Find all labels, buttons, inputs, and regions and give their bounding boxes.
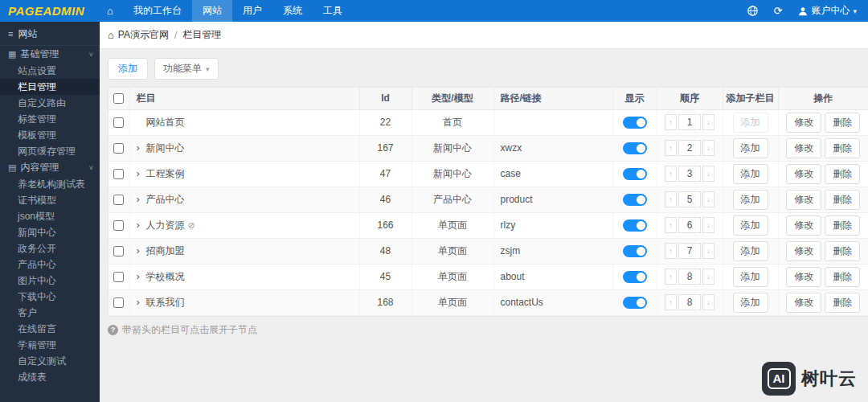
topnav-item[interactable]: 我的工作台 [123, 0, 192, 22]
topnav-item[interactable]: 网站 [192, 0, 232, 22]
expand-arrow-icon[interactable]: › [137, 244, 143, 256]
add-child-button[interactable]: 添加 [733, 113, 768, 133]
sidebar-item[interactable]: 标签管理 [0, 111, 100, 127]
column-name[interactable]: 网站首页 [146, 117, 185, 128]
expand-arrow-icon[interactable]: › [137, 193, 143, 205]
sidebar-section-header[interactable]: ▦基础管理˅ [0, 46, 100, 63]
sidebar-item[interactable]: 客户 [0, 305, 100, 321]
sidebar-item[interactable]: 自定义路由 [0, 95, 100, 111]
add-child-button[interactable]: 添加 [733, 190, 768, 210]
order-up-button[interactable]: ↑ [665, 191, 677, 207]
order-up-button[interactable]: ↑ [665, 114, 677, 130]
order-down-button[interactable]: ↓ [702, 217, 714, 233]
order-up-button[interactable]: ↑ [665, 166, 677, 182]
sidebar-title[interactable]: ≡ 网站 [0, 22, 100, 46]
edit-button[interactable]: 修改 [786, 164, 821, 184]
expand-arrow-icon[interactable]: › [137, 270, 143, 282]
order-value[interactable]: 8 [678, 294, 701, 310]
row-checkbox[interactable] [113, 297, 124, 308]
add-child-button[interactable]: 添加 [733, 138, 768, 158]
row-checkbox[interactable] [113, 246, 124, 256]
visible-toggle[interactable] [623, 168, 647, 180]
order-value[interactable]: 2 [678, 140, 701, 156]
column-name[interactable]: 联系我们 [146, 297, 185, 308]
order-down-button[interactable]: ↓ [702, 114, 714, 130]
delete-button[interactable]: 删除 [825, 241, 860, 261]
globe-icon[interactable] [747, 6, 758, 16]
sidebar-item[interactable]: 栏目管理 [0, 79, 100, 95]
delete-button[interactable]: 删除 [825, 190, 860, 210]
delete-button[interactable]: 删除 [825, 138, 860, 158]
visible-toggle[interactable] [623, 117, 647, 129]
sidebar-item[interactable]: 学籍管理 [0, 337, 100, 353]
order-down-button[interactable]: ↓ [702, 166, 714, 182]
delete-button[interactable]: 删除 [825, 164, 860, 184]
sidebar-item[interactable]: json模型 [0, 208, 100, 224]
expand-arrow-icon[interactable]: › [137, 142, 143, 154]
add-child-button[interactable]: 添加 [733, 267, 768, 287]
order-up-button[interactable]: ↑ [665, 294, 677, 310]
order-up-button[interactable]: ↑ [665, 140, 677, 156]
order-down-button[interactable]: ↓ [702, 191, 714, 207]
delete-button[interactable]: 删除 [825, 267, 860, 287]
row-checkbox[interactable] [113, 195, 124, 205]
visible-toggle[interactable] [623, 194, 647, 206]
home-nav-item[interactable]: ⌂ [97, 0, 123, 22]
row-checkbox[interactable] [113, 272, 124, 282]
sidebar-item[interactable]: 养老机构测试表 [0, 176, 100, 192]
visible-toggle[interactable] [623, 271, 647, 283]
visible-toggle[interactable] [623, 245, 647, 257]
visible-toggle[interactable] [623, 297, 647, 309]
sidebar-item[interactable]: 网页缓存管理 [0, 143, 100, 159]
order-value[interactable]: 3 [678, 166, 701, 182]
refresh-icon[interactable]: ⟳ [774, 5, 783, 17]
delete-button[interactable]: 删除 [825, 113, 860, 133]
visible-toggle[interactable] [623, 142, 647, 154]
order-down-button[interactable]: ↓ [702, 140, 714, 156]
sidebar-item[interactable]: 产品中心 [0, 256, 100, 273]
sidebar-item[interactable]: 模板管理 [0, 127, 100, 143]
order-down-button[interactable]: ↓ [702, 243, 714, 259]
sidebar-item[interactable]: 在线留言 [0, 321, 100, 337]
topnav-item[interactable]: 系统 [272, 0, 313, 22]
breadcrumb-home-icon[interactable]: ⌂ [108, 29, 114, 41]
select-all-checkbox[interactable] [113, 93, 124, 104]
sidebar-item[interactable]: 自定义测试 [0, 353, 100, 369]
sidebar-item[interactable]: 成绩表 [0, 369, 100, 385]
edit-button[interactable]: 修改 [786, 113, 821, 133]
add-child-button[interactable]: 添加 [733, 293, 768, 313]
account-menu[interactable]: 账户中心 ▾ [798, 4, 857, 18]
row-checkbox[interactable] [113, 169, 124, 179]
order-up-button[interactable]: ↑ [665, 243, 677, 259]
row-checkbox[interactable] [113, 117, 124, 128]
add-child-button[interactable]: 添加 [733, 241, 768, 261]
expand-arrow-icon[interactable]: › [137, 167, 143, 179]
column-name[interactable]: 招商加盟 [146, 245, 185, 256]
order-value[interactable]: 1 [678, 114, 701, 130]
column-name[interactable]: 人力资源 [146, 219, 185, 231]
topnav-item[interactable]: 用户 [232, 0, 272, 22]
edit-button[interactable]: 修改 [786, 215, 821, 236]
sidebar-item[interactable]: 证书模型 [0, 192, 100, 208]
add-child-button[interactable]: 添加 [733, 215, 768, 236]
expand-arrow-icon[interactable]: › [137, 219, 143, 231]
sidebar-section-header[interactable]: ▤内容管理˅ [0, 159, 100, 176]
column-name[interactable]: 学校概况 [146, 271, 185, 282]
breadcrumb-site[interactable]: PA演示官网 [118, 28, 169, 42]
edit-button[interactable]: 修改 [786, 293, 821, 313]
column-name[interactable]: 新闻中心 [146, 142, 185, 154]
function-menu-button[interactable]: 功能菜单 ▾ [154, 58, 219, 80]
edit-button[interactable]: 修改 [786, 241, 821, 261]
edit-button[interactable]: 修改 [786, 267, 821, 287]
sidebar-item[interactable]: 新闻中心 [0, 224, 100, 240]
sidebar-item[interactable]: 政务公开 [0, 240, 100, 256]
column-name[interactable]: 工程案例 [146, 168, 185, 179]
order-value[interactable]: 6 [678, 217, 701, 233]
edit-button[interactable]: 修改 [786, 138, 821, 158]
visible-toggle[interactable] [623, 219, 647, 232]
order-down-button[interactable]: ↓ [702, 269, 714, 285]
order-value[interactable]: 7 [678, 243, 701, 259]
delete-button[interactable]: 删除 [825, 215, 860, 236]
sidebar-item[interactable]: 站点设置 [0, 63, 100, 79]
order-down-button[interactable]: ↓ [702, 294, 714, 310]
